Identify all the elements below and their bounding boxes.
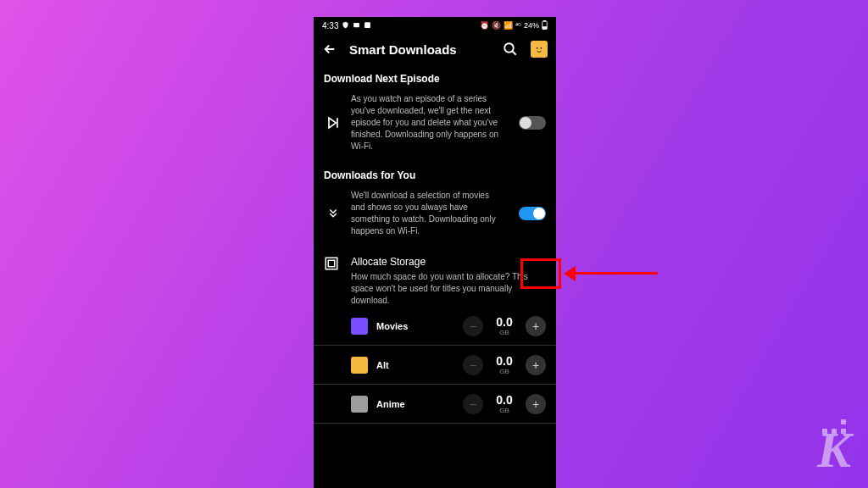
profile-name: Movies <box>376 321 454 331</box>
svg-rect-4 <box>542 26 546 28</box>
download-next-row: As you watch an episode of a series you'… <box>324 93 546 152</box>
signal-icon: ⁴ᴳ <box>515 22 521 30</box>
profile-name: Alt <box>376 360 454 370</box>
profile-name: Anime <box>376 399 454 409</box>
back-button[interactable] <box>322 42 337 57</box>
svg-point-6 <box>537 47 538 49</box>
svg-rect-9 <box>328 260 335 267</box>
downloads-for-you-title: Downloads for You <box>324 169 546 181</box>
status-bar: 4:33 ⏰ 🔇 📶 ⁴ᴳ 24% <box>314 17 556 34</box>
downloads-for-you-toggle[interactable] <box>519 207 546 220</box>
svg-rect-8 <box>326 258 337 269</box>
wifi-icon: 📶 <box>504 21 513 30</box>
svg-rect-0 <box>354 22 360 26</box>
profile-avatar <box>351 357 368 374</box>
download-next-desc: As you watch an episode of a series you'… <box>351 93 510 152</box>
downloads-for-you-desc: We'll download a selection of movies and… <box>351 190 510 237</box>
profile-avatar <box>351 318 368 335</box>
decrease-storage-button[interactable]: − <box>463 316 483 336</box>
annotation-arrow-head <box>564 266 576 281</box>
decrease-storage-button[interactable]: − <box>463 394 483 414</box>
toggle-knob <box>520 117 531 129</box>
phone-frame: 4:33 ⏰ 🔇 📶 ⁴ᴳ 24% Smart Downloads <box>314 17 556 488</box>
download-next-title: Download Next Episode <box>324 73 546 85</box>
download-next-section: Download Next Episode As you watch an ep… <box>314 64 556 161</box>
download-icon <box>324 206 342 221</box>
profile-row: Movies − 0.0 GB + <box>314 307 556 346</box>
page-title: Smart Downloads <box>349 42 490 57</box>
status-time: 4:33 <box>322 21 338 30</box>
storage-value: 0.0 GB <box>492 315 517 336</box>
mute-icon: 🔇 <box>492 21 501 30</box>
alarm-icon: ⏰ <box>480 21 489 30</box>
image-icon <box>364 21 371 30</box>
message-icon <box>353 21 360 30</box>
svg-rect-1 <box>365 22 371 28</box>
download-next-toggle[interactable] <box>519 116 546 130</box>
app-header: Smart Downloads <box>314 34 556 64</box>
profile-button[interactable] <box>531 41 548 58</box>
svg-rect-3 <box>543 20 545 21</box>
decrease-storage-button[interactable]: − <box>463 355 483 375</box>
increase-storage-button[interactable]: + <box>526 394 546 414</box>
annotation-arrow-shaft <box>575 272 658 274</box>
toggle-knob <box>533 208 545 219</box>
shield-icon <box>342 21 349 30</box>
downloads-for-you-row: We'll download a selection of movies and… <box>324 190 546 237</box>
profile-avatar <box>351 396 368 413</box>
profile-row: Alt − 0.0 GB + <box>314 346 556 385</box>
allocate-title: Allocate Storage <box>351 256 546 268</box>
downloads-for-you-section: Downloads for You We'll download a selec… <box>314 161 556 246</box>
storage-icon <box>324 256 342 273</box>
battery-pct: 24% <box>524 21 539 30</box>
profile-row: Anime − 0.0 GB + <box>314 385 556 424</box>
watermark-logo: K <box>817 421 851 480</box>
allocate-desc: How much space do you want to allocate? … <box>351 271 546 307</box>
play-next-icon <box>324 114 342 131</box>
search-button[interactable] <box>502 41 519 58</box>
increase-storage-button[interactable]: + <box>526 355 546 375</box>
battery-icon <box>542 20 548 31</box>
storage-value: 0.0 GB <box>492 354 517 375</box>
allocate-storage-section: Allocate Storage How much space do you w… <box>314 256 556 307</box>
increase-storage-button[interactable]: + <box>526 316 546 336</box>
svg-point-5 <box>504 43 514 53</box>
storage-value: 0.0 GB <box>492 393 517 414</box>
svg-point-7 <box>540 47 542 49</box>
